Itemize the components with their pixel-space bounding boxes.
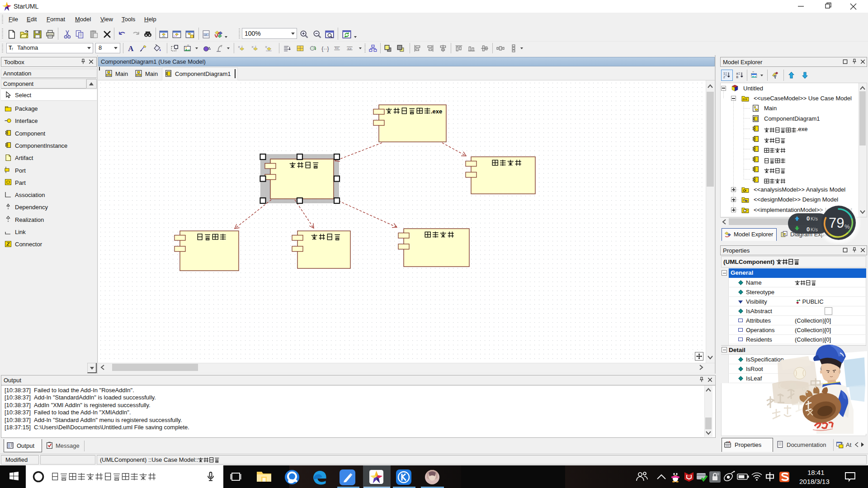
svg-text:+¹²: +¹² xyxy=(335,47,339,50)
svg-text:2: 2 xyxy=(723,75,725,79)
svg-text:a: a xyxy=(736,72,738,75)
svg-text:B: B xyxy=(736,75,739,79)
svg-text:K/s: K/s xyxy=(811,216,818,221)
svg-text:xX: xX xyxy=(204,33,208,36)
svg-text:r: r xyxy=(12,47,13,51)
svg-text:×: × xyxy=(251,45,254,49)
svg-text:K/s: K/s xyxy=(811,227,818,232)
svg-text:<>: <> xyxy=(347,47,352,51)
svg-text:0: 0 xyxy=(807,226,810,233)
svg-text:79: 79 xyxy=(829,215,844,231)
svg-text:%: % xyxy=(844,223,850,230)
svg-text:×: × xyxy=(265,45,267,49)
svg-text:{··}: {··} xyxy=(321,46,329,52)
svg-text:+: + xyxy=(841,441,843,445)
svg-text:**: ** xyxy=(752,71,754,74)
svg-text:0: 0 xyxy=(807,215,810,222)
svg-text:×: × xyxy=(238,45,240,49)
svg-text:A: A xyxy=(128,44,134,52)
svg-text:.exe: .exe xyxy=(431,108,442,115)
svg-text:+: + xyxy=(798,299,801,302)
svg-text:1: 1 xyxy=(723,72,725,75)
